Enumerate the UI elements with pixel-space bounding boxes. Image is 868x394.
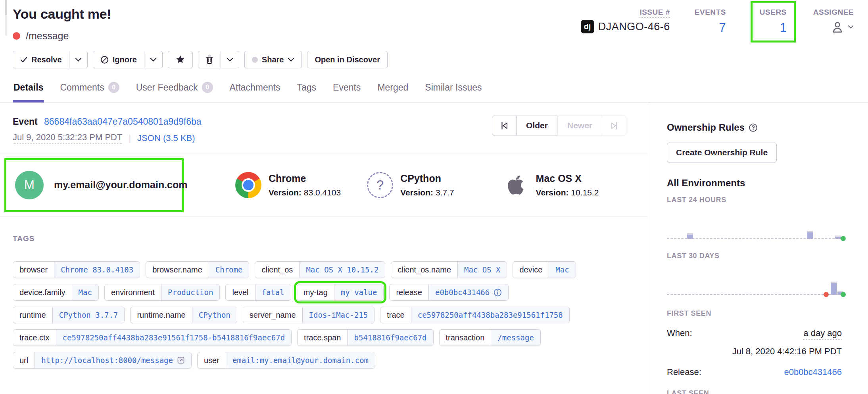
oldest-event-button[interactable] xyxy=(492,116,517,135)
tag-value-link[interactable]: Mac OS X 10.15.2 xyxy=(299,262,385,278)
tab-bar: DetailsComments0User Feedback0Attachment… xyxy=(13,82,483,102)
users-count-link[interactable]: 1 xyxy=(760,21,787,35)
tag-pill: client_osMac OS X 10.15.2 xyxy=(255,261,385,278)
tag-pill: releasee0b0bc431466 xyxy=(389,284,509,301)
newest-event-button[interactable] xyxy=(602,116,626,135)
tab-attachments[interactable]: Attachments xyxy=(229,82,281,102)
tag-pill: environmentProduction xyxy=(104,284,220,301)
tab-label: Comments xyxy=(60,82,104,93)
sparkline-bar xyxy=(807,231,813,239)
share-status-dot xyxy=(252,57,258,63)
tab-similar-issues[interactable]: Similar Issues xyxy=(424,82,482,102)
unknown-runtime-icon: ? xyxy=(367,172,393,198)
tag-value-link[interactable]: Mac xyxy=(549,262,575,278)
tag-value-link[interactable]: CPython xyxy=(192,307,237,323)
ownership-rules-heading: Ownership Rules xyxy=(667,122,842,133)
tag-value-link[interactable]: e0b0bc431466 xyxy=(428,284,508,300)
tag-value-link[interactable]: b5418816f9aec67d xyxy=(347,330,433,346)
resolve-button[interactable]: Resolve xyxy=(13,51,69,68)
tab-label: Similar Issues xyxy=(425,82,482,93)
screenshot-artifact xyxy=(5,0,7,15)
tag-key: level xyxy=(226,284,255,300)
tab-label: Attachments xyxy=(230,82,280,93)
tab-details[interactable]: Details xyxy=(13,82,44,102)
chrome-icon xyxy=(235,172,261,198)
event-id-link[interactable]: 86684fa63aa047e7a0540801a9d9f6ba xyxy=(44,116,202,127)
help-circle-icon[interactable] xyxy=(749,123,758,132)
tag-pill-highlighted: my-tagmy value xyxy=(297,284,384,301)
tag-value-link[interactable]: CPython 3.7.7 xyxy=(52,307,125,323)
tag-value-link[interactable]: Chrome xyxy=(209,262,249,278)
tag-value-link[interactable]: Idos-iMac-215 xyxy=(302,307,374,323)
stat-assignee: ASSIGNEE xyxy=(813,8,854,34)
tag-key: client_os.name xyxy=(391,262,457,278)
tab-tags[interactable]: Tags xyxy=(296,82,317,102)
divider: | xyxy=(129,133,131,143)
newer-event-button[interactable]: Newer xyxy=(557,116,602,135)
tag-key: trace.ctx xyxy=(13,330,56,346)
ownership-rules-label: Ownership Rules xyxy=(667,122,745,133)
info-circle-icon[interactable] xyxy=(494,288,502,297)
event-timestamp[interactable]: Jul 9, 2020 5:32:23 PM PDT xyxy=(13,132,122,144)
tag-value-link[interactable]: http://localhost:8000/message xyxy=(35,352,191,368)
tag-value-link[interactable]: Mac xyxy=(72,284,98,300)
event-label: Event xyxy=(13,116,38,127)
assignee-label: ASSIGNEE xyxy=(813,8,854,16)
tag-value-link[interactable]: /message xyxy=(491,330,540,346)
apple-icon xyxy=(503,172,529,198)
tag-pill: tracece5978250aff4438ba283e91561f1758 xyxy=(380,307,570,323)
tag-pill: browser.nameChrome xyxy=(146,261,249,278)
resolve-dropdown-button[interactable] xyxy=(69,51,88,68)
json-download-link[interactable]: JSON (3.5 KB) xyxy=(137,133,195,143)
assignee-dropdown[interactable] xyxy=(813,20,854,34)
tab-label: User Feedback xyxy=(136,82,198,93)
first-seen-relative-time[interactable]: a day ago xyxy=(803,328,842,340)
last-30-days-sparkline xyxy=(667,263,842,295)
ignore-button[interactable]: Ignore xyxy=(93,51,144,68)
tag-row: urlhttp://localhost:8000/messageuseremai… xyxy=(13,352,648,369)
share-label: Share xyxy=(262,55,284,64)
tag-key: runtime xyxy=(13,307,52,323)
issue-title: You caught me! xyxy=(13,6,111,22)
older-event-button[interactable]: Older xyxy=(516,116,558,135)
tab-comments[interactable]: Comments0 xyxy=(59,82,120,102)
sparkline-baseline xyxy=(667,294,842,295)
tag-value-link[interactable]: Mac OS X xyxy=(457,262,507,278)
tag-value-link[interactable]: fatal xyxy=(255,284,291,300)
ignore-dropdown-button[interactable] xyxy=(144,51,163,68)
issue-number-label[interactable]: ISSUE # xyxy=(639,8,670,18)
share-button[interactable]: Share xyxy=(244,51,302,68)
tag-value-link[interactable]: ce5978250aff4438ba283e91561f1758-b541881… xyxy=(56,330,292,346)
open-in-discover-button[interactable]: Open in Discover xyxy=(307,51,388,68)
bookmark-button[interactable] xyxy=(168,51,193,68)
tag-value-link[interactable]: my value xyxy=(334,284,384,300)
tag-value-link[interactable]: Chrome 83.0.4103 xyxy=(54,262,140,278)
version-label: Version: xyxy=(536,188,569,197)
tab-label: Events xyxy=(333,82,361,93)
trash-icon xyxy=(205,55,213,64)
first-seen-release-link[interactable]: e0b0bc431466 xyxy=(784,367,842,377)
chevron-down-icon xyxy=(150,58,157,62)
tag-pill: browserChrome 83.0.4103 xyxy=(13,261,140,278)
tag-value-link[interactable]: Production xyxy=(161,284,219,300)
create-ownership-rule-button[interactable]: Create Ownership Rule xyxy=(667,143,777,162)
tag-value-link[interactable]: ce5978250aff4438ba283e91561f1758 xyxy=(411,307,569,323)
user-avatar: M xyxy=(15,171,44,199)
events-count-link[interactable]: 7 xyxy=(695,21,726,35)
tag-key: release xyxy=(390,284,428,300)
tab-events[interactable]: Events xyxy=(332,82,361,102)
last-seen-label: LAST SEEN xyxy=(667,389,842,394)
os-version: 10.15.2 xyxy=(571,188,599,197)
tab-merged[interactable]: Merged xyxy=(376,82,409,102)
delete-button[interactable] xyxy=(198,51,221,68)
delete-dropdown-button[interactable] xyxy=(221,51,239,68)
tag-row: runtimeCPython 3.7.7runtime.nameCPythons… xyxy=(13,307,648,323)
chevron-down-icon xyxy=(848,25,854,29)
tag-value-link[interactable]: email:my.email@your.domain.com xyxy=(226,352,375,368)
tab-user-feedback[interactable]: User Feedback0 xyxy=(135,82,214,102)
resolve-label: Resolve xyxy=(31,55,62,64)
tag-pill: client_os.nameMac OS X xyxy=(391,261,507,278)
tag-pill: runtime.nameCPython xyxy=(130,307,237,323)
tag-key: runtime.name xyxy=(131,307,192,323)
sparkline-bar xyxy=(687,233,693,239)
